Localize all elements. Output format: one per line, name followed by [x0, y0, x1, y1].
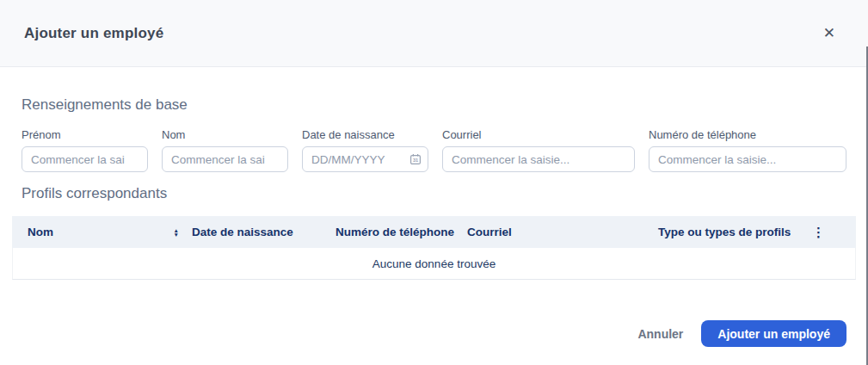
column-header-profile-types: Type ou types de profils	[658, 226, 806, 238]
field-email: Courriel	[442, 128, 635, 172]
modal-body: Renseignements de base Prénom Nom Date d…	[0, 96, 868, 347]
sort-icon[interactable]: ▲ ▼	[174, 228, 179, 237]
table-empty-row: Aucune donnée trouvée	[12, 248, 856, 280]
field-phone: Numéro de téléphone	[649, 128, 846, 172]
lastname-input[interactable]	[162, 146, 288, 172]
modal-title: Ajouter un employé	[24, 25, 163, 42]
add-employee-modal: Ajouter un employé ✕ Renseignements de b…	[0, 0, 868, 365]
firstname-input[interactable]	[22, 146, 148, 172]
column-header-phone: Numéro de téléphone	[336, 226, 467, 238]
phone-input[interactable]	[649, 146, 846, 172]
empty-message: Aucune donnée trouvée	[372, 257, 496, 270]
column-header-email: Courriel	[467, 226, 658, 238]
calendar-icon[interactable]: 31	[409, 153, 422, 165]
modal-footer: Annuler Ajouter un employé	[22, 320, 846, 347]
email-input[interactable]	[442, 146, 635, 172]
phone-label: Numéro de téléphone	[649, 128, 846, 141]
section-heading-basic-info: Renseignements de base	[22, 96, 846, 114]
field-birthdate: Date de naissance 31	[302, 128, 428, 172]
add-employee-button[interactable]: Ajouter un employé	[701, 320, 846, 347]
birthdate-label: Date de naissance	[302, 128, 428, 141]
sort-desc-glyph: ▼	[174, 232, 179, 237]
svg-text:31: 31	[413, 158, 418, 163]
column-header-name-label: Nom	[28, 226, 53, 238]
modal-header: Ajouter un employé ✕	[0, 0, 868, 67]
cancel-button[interactable]: Annuler	[636, 322, 685, 346]
firstname-label: Prénom	[22, 128, 148, 141]
column-header-menu: ⋮	[806, 225, 856, 240]
lastname-label: Nom	[162, 128, 288, 141]
close-icon[interactable]: ✕	[820, 22, 839, 44]
column-header-birthdate: Date de naissance	[192, 226, 336, 238]
kebab-menu-icon[interactable]: ⋮	[812, 225, 825, 239]
table-header-row: Nom ▲ ▼ Date de naissance Numéro de télé…	[12, 216, 856, 248]
matching-profiles-table: Nom ▲ ▼ Date de naissance Numéro de télé…	[12, 216, 856, 280]
email-label: Courriel	[442, 128, 635, 141]
birthdate-input-wrap: 31	[302, 146, 428, 172]
basic-info-form: Prénom Nom Date de naissance 31	[22, 128, 846, 172]
field-lastname: Nom	[162, 128, 288, 172]
column-header-name[interactable]: Nom ▲ ▼	[28, 226, 181, 238]
section-heading-matching-profiles: Profils correspondants	[22, 185, 846, 202]
field-firstname: Prénom	[22, 128, 148, 172]
